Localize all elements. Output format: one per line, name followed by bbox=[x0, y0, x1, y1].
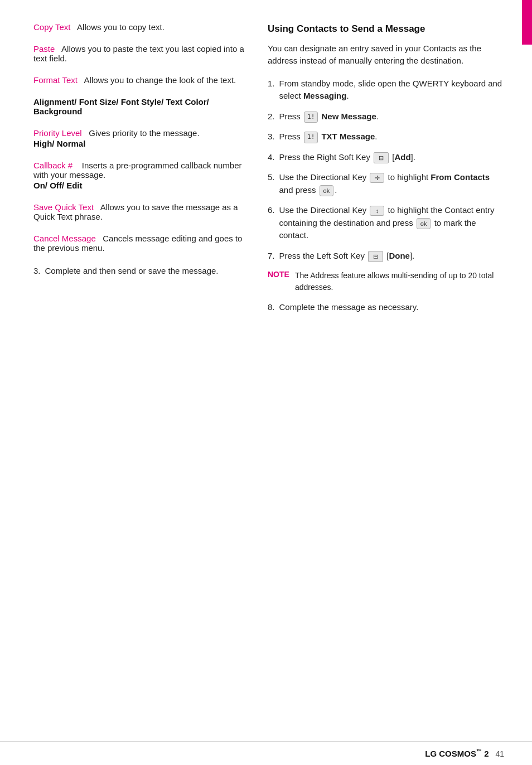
step-5-bold: From Contacts bbox=[431, 172, 490, 182]
callback-subitem: On/ Off/ Edit bbox=[33, 181, 245, 190]
content-area: Copy Text Allows you to copy text. Paste… bbox=[0, 0, 532, 741]
step-2-text: Press 1! New Message. bbox=[279, 110, 379, 123]
menu-label-save-quick: Save Quick Text bbox=[33, 202, 94, 212]
step-8-text: Complete the message as necessary. bbox=[279, 301, 419, 314]
step-7-num: 7. bbox=[268, 250, 275, 263]
step-1-text: From standby mode, slide open the QWERTY… bbox=[279, 78, 504, 103]
menu-desc-copy-text: Allows you to copy text. bbox=[73, 22, 165, 32]
menu-item-copy-text: Copy Text Allows you to copy text. bbox=[33, 22, 245, 32]
step-7-text: Press the Left Soft Key ⊟ [Done]. bbox=[279, 250, 415, 263]
note-block: NOTE The Address feature allows multi-se… bbox=[268, 270, 504, 293]
dir-key2-icon: ↕ bbox=[370, 206, 384, 216]
menu-label-copy-text: Copy Text bbox=[33, 22, 70, 32]
ok-key-icon: ok bbox=[320, 185, 334, 197]
step8-list: 8. Complete the message as necessary. bbox=[268, 301, 504, 314]
menu-item-cancel: Cancel Message Cancels message editing a… bbox=[33, 234, 245, 253]
menu-item-alignment: Alignment/ Font Size/ Font Style/ Text C… bbox=[33, 97, 245, 116]
trademark-symbol: ™ bbox=[476, 748, 482, 754]
right-soft-key-icon: ⊟ bbox=[374, 152, 389, 164]
model-number: 2 bbox=[484, 749, 489, 758]
left-step-3-num: 3. bbox=[33, 265, 41, 278]
step-7-bold: Done bbox=[389, 251, 410, 260]
step-6-text: Use the Directional Key ↕ to highlight t… bbox=[279, 204, 504, 242]
step-8-num: 8. bbox=[268, 301, 275, 314]
menu-label-priority: Priority Level bbox=[33, 128, 82, 138]
step-2-bold: New Message bbox=[321, 112, 376, 121]
step-4-bold: Add bbox=[394, 152, 410, 162]
key-1b-icon: 1! bbox=[304, 132, 318, 143]
intro-text: You can designate an entry saved in your… bbox=[268, 42, 504, 67]
menu-item-paste: Paste Allows you to paste the text you l… bbox=[33, 44, 245, 63]
tab-marker bbox=[522, 0, 532, 45]
step-4: 4. Press the Right Soft Key ⊟ [Add]. bbox=[268, 151, 504, 164]
brand-name: LG COSMOS bbox=[425, 749, 476, 758]
step-3-bold: TXT Message bbox=[321, 132, 375, 141]
dir-key-icon: ✛ bbox=[370, 173, 384, 183]
menu-item-priority: Priority Level Gives priority to the mes… bbox=[33, 128, 245, 148]
step-5-text: Use the Directional Key ✛ to highlight F… bbox=[279, 171, 504, 196]
menu-label-format-text: Format Text bbox=[33, 75, 78, 85]
left-step-3: 3. Complete and then send or save the me… bbox=[33, 265, 245, 278]
menu-desc-format-text: Allows you to change the look of the tex… bbox=[80, 75, 236, 85]
step-3-text: Press 1! TXT Message. bbox=[279, 130, 378, 143]
step-6-num: 6. bbox=[268, 204, 275, 242]
menu-desc-paste: Allows you to paste the text you last co… bbox=[33, 44, 244, 63]
alignment-heading: Alignment/ Font Size/ Font Style/ Text C… bbox=[33, 97, 245, 116]
menu-label-callback: Callback # bbox=[33, 161, 72, 170]
menu-label-cancel: Cancel Message bbox=[33, 234, 96, 243]
footer-text: LG COSMOS™ 2 41 bbox=[425, 748, 504, 758]
menu-item-format-text: Format Text Allows you to change the loo… bbox=[33, 75, 245, 85]
page: Copy Text Allows you to copy text. Paste… bbox=[0, 0, 532, 765]
page-number: 41 bbox=[495, 749, 504, 758]
step-5: 5. Use the Directional Key ✛ to highligh… bbox=[268, 171, 504, 196]
right-column: Using Contacts to Send a Message You can… bbox=[268, 22, 504, 724]
step-6: 6. Use the Directional Key ↕ to highligh… bbox=[268, 204, 504, 242]
step-1: 1. From standby mode, slide open the QWE… bbox=[268, 78, 504, 103]
step-5-num: 5. bbox=[268, 171, 275, 196]
step-7: 7. Press the Left Soft Key ⊟ [Done]. bbox=[268, 250, 504, 263]
menu-label-paste: Paste bbox=[33, 44, 55, 54]
key-1-icon: 1! bbox=[304, 112, 318, 123]
step-8: 8. Complete the message as necessary. bbox=[268, 301, 504, 314]
priority-subitem: High/ Normal bbox=[33, 139, 245, 148]
left-step-3-text: Complete and then send or save the messa… bbox=[45, 265, 219, 278]
left-column: Copy Text Allows you to copy text. Paste… bbox=[33, 22, 245, 724]
steps-list: 1. From standby mode, slide open the QWE… bbox=[268, 78, 504, 263]
step-2: 2. Press 1! New Message. bbox=[268, 110, 504, 123]
footer-brand: LG COSMOS™ 2 bbox=[425, 749, 491, 758]
note-label: NOTE bbox=[268, 270, 289, 293]
step-3: 3. Press 1! TXT Message. bbox=[268, 130, 504, 143]
footer: LG COSMOS™ 2 41 bbox=[0, 741, 532, 765]
menu-item-save-quick: Save Quick Text Allows you to save the m… bbox=[33, 202, 245, 221]
step-2-num: 2. bbox=[268, 110, 275, 123]
step-1-num: 1. bbox=[268, 78, 275, 103]
left-soft-key-icon: ⊟ bbox=[368, 251, 383, 263]
ok-key2-icon: ok bbox=[417, 218, 431, 230]
step-4-num: 4. bbox=[268, 151, 275, 164]
note-text: The Address feature allows multi-sending… bbox=[295, 270, 504, 293]
menu-item-callback: Callback # Inserts a pre-programmed call… bbox=[33, 161, 245, 190]
section-heading: Using Contacts to Send a Message bbox=[268, 22, 504, 36]
step-1-bold: Messaging bbox=[303, 91, 347, 100]
step-4-text: Press the Right Soft Key ⊟ [Add]. bbox=[279, 151, 415, 164]
menu-desc-priority: Gives priority to the message. bbox=[84, 128, 200, 138]
step-3-num: 3. bbox=[268, 130, 275, 143]
